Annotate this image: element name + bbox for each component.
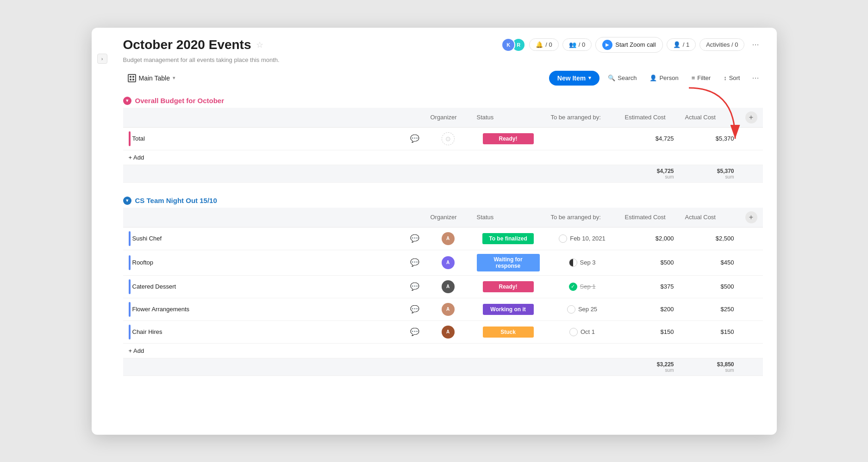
new-item-label: New Item — [557, 74, 586, 82]
status-cell-dessert[interactable]: Ready! — [471, 275, 545, 298]
sum-row-cs: $3,225sum $3,850sum — [123, 358, 763, 376]
toolbar-more-button[interactable]: ··· — [748, 71, 762, 85]
arrange-check-icon: ✓ — [569, 283, 577, 291]
add-column-button-2[interactable]: + — [745, 211, 757, 223]
update-count: / 0 — [545, 41, 552, 48]
col-header-status2: Status — [471, 208, 545, 228]
status-cell-chairs[interactable]: Stuck — [471, 320, 545, 343]
star-icon[interactable]: ☆ — [256, 40, 263, 50]
comment-cell-chairs[interactable]: 💬 — [405, 320, 425, 343]
comment-icon[interactable]: 💬 — [410, 283, 419, 290]
section-title-overall[interactable]: Overall Budget for October — [135, 97, 225, 105]
add-row-label-cs[interactable]: + Add — [123, 343, 763, 358]
avatar-k[interactable]: K — [501, 38, 515, 52]
arrange-cell-rooftop: Sep 3 — [545, 250, 619, 275]
estimated-cell-rooftop: $500 — [619, 250, 680, 275]
comment-cell-sushi[interactable]: 💬 — [405, 227, 425, 250]
actual-cell-dessert: $500 — [680, 275, 740, 298]
add-row-overall[interactable]: + Add — [123, 150, 763, 165]
header-more-button[interactable]: ··· — [748, 38, 762, 51]
page-subtitle: Budget management for all events taking … — [123, 56, 763, 63]
status-cell-rooftop[interactable]: Waiting for response — [471, 250, 545, 275]
main-window: › October 2020 Events ☆ K R 🔔 / 0 — [92, 28, 777, 435]
comment-icon[interactable]: 💬 — [410, 305, 419, 313]
toolbar: Main Table ▾ New Item ▾ 🔍 Search 👤 Perso… — [123, 71, 763, 86]
filter-button[interactable]: ≡ Filter — [687, 72, 715, 84]
section-title-cs[interactable]: CS Team Night Out 15/10 — [135, 197, 217, 204]
comment-icon[interactable]: 💬 — [410, 234, 419, 242]
sort-icon: ↕ — [724, 74, 727, 81]
team-button[interactable]: 👤 / 1 — [667, 38, 696, 51]
status-badge-finalize: To be finalized — [482, 233, 533, 244]
status-cell-total[interactable]: Ready! — [471, 127, 545, 150]
zoom-label: Start Zoom call — [615, 41, 656, 48]
person-button[interactable]: 👤 Person — [645, 72, 683, 84]
actual-cell-rooftop: $450 — [680, 250, 740, 275]
organizer-cell-total[interactable]: ⊙ — [425, 127, 471, 150]
toolbar-left: Main Table ▾ — [123, 72, 180, 85]
arrange-cell-total — [545, 127, 619, 150]
col-header-comment — [405, 108, 425, 128]
add-column-button[interactable]: + — [745, 111, 757, 123]
row-item-sushi: Sushi Chef — [123, 227, 405, 250]
page-header: October 2020 Events ☆ K R 🔔 / 0 👥 / 0 — [123, 37, 763, 55]
header-left: October 2020 Events ☆ — [123, 37, 263, 52]
organizer-cell-dessert[interactable]: A — [425, 275, 471, 298]
filter-icon: ≡ — [692, 74, 695, 81]
row-item-flowers: Flower Arrangements — [123, 298, 405, 320]
new-item-button[interactable]: New Item ▾ — [549, 71, 599, 86]
team-count: / 1 — [683, 41, 689, 48]
comment-cell-dessert[interactable]: 💬 — [405, 275, 425, 298]
comment-icon[interactable]: 💬 — [410, 328, 419, 336]
comment-icon[interactable]: 💬 — [410, 135, 419, 142]
section-collapse-icon-cs[interactable]: ▾ — [123, 197, 131, 205]
table-row: Total 💬 ⊙ Ready! $4,725 — [123, 127, 763, 150]
updates-button[interactable]: 🔔 / 0 — [529, 38, 558, 51]
actual-cell-total: $5,370 — [680, 127, 740, 150]
comment-cell-total[interactable]: 💬 — [405, 127, 425, 150]
empty-person-icon[interactable]: ⊙ — [442, 132, 455, 145]
avatar-dessert: A — [442, 280, 455, 293]
organizer-cell-rooftop[interactable]: A — [425, 250, 471, 275]
sum-row-overall: $4,725sum $5,370sum — [123, 165, 763, 182]
add-row-label[interactable]: + Add — [123, 150, 763, 165]
col-header-actual: Actual Cost — [680, 108, 740, 128]
header-right: K R 🔔 / 0 👥 / 0 ▶ Start Zoom call — [501, 37, 762, 53]
status-cell-flowers[interactable]: Working on it — [471, 298, 545, 320]
actual-cell-chairs: $150 — [680, 320, 740, 343]
search-button[interactable]: 🔍 Search — [603, 72, 641, 84]
organizer-cell-chairs[interactable]: A — [425, 320, 471, 343]
table-cs-team: Organizer Status To be arranged by: Esti… — [123, 208, 763, 376]
arrange-cell-sushi: Feb 10, 2021 — [545, 227, 619, 250]
status-badge-working: Working on it — [483, 304, 534, 315]
status-badge-waiting: Waiting for response — [477, 254, 540, 271]
status-cell-sushi[interactable]: To be finalized — [471, 227, 545, 250]
arrange-empty-icon2 — [567, 305, 575, 314]
page-title: October 2020 Events — [123, 37, 251, 52]
sort-button[interactable]: ↕ Sort — [719, 72, 744, 84]
sum-estimated-overall: $4,725sum — [619, 165, 680, 182]
col-header-add2: + — [740, 208, 763, 228]
col-header-status: Status — [471, 108, 545, 128]
comment-cell-flowers[interactable]: 💬 — [405, 298, 425, 320]
comment-cell-rooftop[interactable]: 💬 — [405, 250, 425, 275]
sidebar-toggle[interactable]: › — [97, 54, 107, 64]
zoom-button[interactable]: ▶ Start Zoom call — [595, 37, 662, 53]
table-row: Flower Arrangements 💬 A Working on it — [123, 298, 763, 320]
comment-icon[interactable]: 💬 — [410, 259, 419, 266]
main-table-button[interactable]: Main Table ▾ — [123, 72, 180, 85]
mention-icon: 👥 — [569, 41, 576, 48]
mentions-button[interactable]: 👥 / 0 — [562, 38, 592, 51]
col-header-organizer: Organizer — [425, 108, 471, 128]
zoom-icon: ▶ — [602, 40, 612, 50]
avatar-group[interactable]: K R — [501, 38, 525, 52]
organizer-cell-flowers[interactable]: A — [425, 298, 471, 320]
add-row-cs[interactable]: + Add — [123, 343, 763, 358]
activities-button[interactable]: Activities / 0 — [699, 38, 744, 51]
organizer-cell-sushi[interactable]: A — [425, 227, 471, 250]
section-collapse-icon-overall[interactable]: ▾ — [123, 97, 131, 105]
actual-cell-sushi: $2,500 — [680, 227, 740, 250]
main-table-label: Main Table — [139, 74, 170, 82]
person-icon: 👤 — [649, 74, 657, 81]
section-header-overall: ▾ Overall Budget for October — [123, 94, 763, 108]
